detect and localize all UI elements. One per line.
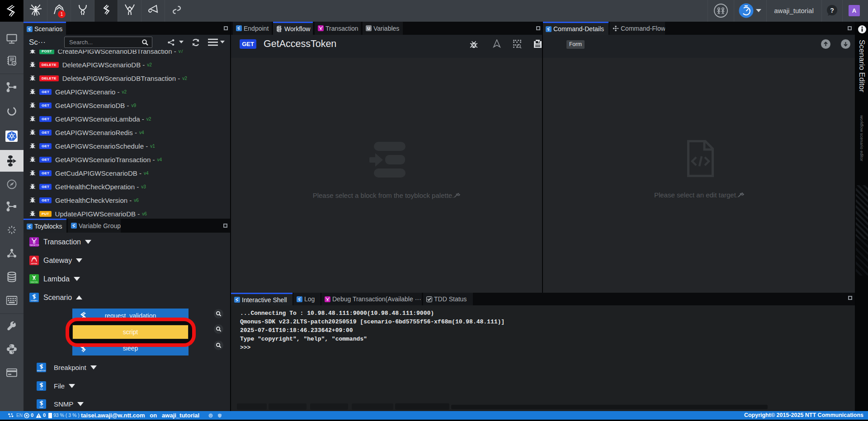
svg-text:U: U	[367, 26, 370, 31]
svg-text:?: ?	[830, 7, 834, 14]
